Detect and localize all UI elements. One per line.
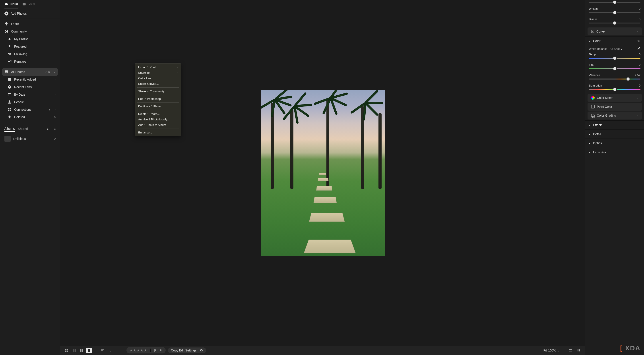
chevron-down-icon: ⌄: [54, 30, 56, 33]
eye-icon[interactable]: 👁: [637, 39, 640, 43]
panel-detail[interactable]: ▸ Detail: [585, 129, 644, 139]
panel-lens-blur[interactable]: ▸ Lens Blur: [585, 148, 644, 157]
tab-albums[interactable]: Albums: [4, 127, 15, 132]
sort-albums-icon[interactable]: ≡: [54, 127, 56, 131]
panel-color-header[interactable]: ▾ Color 👁: [585, 36, 644, 45]
ctx-edit-in-photoshop[interactable]: Edit in Photoshop: [135, 96, 181, 102]
slider-saturation[interactable]: [589, 89, 640, 90]
folder-icon: [22, 2, 26, 6]
nav-my-profile-label: My Profile: [14, 37, 28, 41]
slider-blacks[interactable]: [589, 22, 640, 23]
nav-learn[interactable]: Learn: [0, 20, 60, 28]
copy-edit-settings-button[interactable]: Copy Edit Settings: [168, 348, 206, 353]
clock-icon: [8, 77, 12, 81]
ctx-add-to-album[interactable]: Add 1 Photo to Album›: [135, 122, 181, 128]
ctx-duplicate[interactable]: Duplicate 1 Photo: [135, 104, 181, 109]
white-balance-dropdown[interactable]: As Shot: [610, 47, 623, 50]
slider-blacks-row: Blacks0: [585, 16, 644, 26]
flag-off-icon[interactable]: [159, 349, 162, 352]
ctx-share-community[interactable]: Share to Community...: [135, 88, 181, 94]
slider-thumb[interactable]: [613, 67, 616, 70]
photo-canvas[interactable]: Export 1 Photo...› Share To› Get a Link.…: [60, 0, 585, 345]
panel-effects[interactable]: ▸ Effects: [585, 120, 644, 129]
ctx-delete[interactable]: Delete 1 Photo...: [135, 111, 181, 117]
slider-thumb[interactable]: [626, 77, 630, 80]
before-after-icon[interactable]: [576, 348, 582, 353]
ctx-export[interactable]: Export 1 Photo...›: [135, 64, 181, 70]
nav-deleted[interactable]: Deleted 0: [0, 113, 60, 121]
wb-label: White Balance: [589, 47, 608, 50]
add-connection-icon[interactable]: +: [49, 108, 50, 111]
slider-whites[interactable]: [589, 12, 640, 13]
lens-blur-label: Lens Blur: [593, 150, 606, 154]
albums-header: Albums Shared + ≡: [0, 124, 60, 134]
nav-by-date[interactable]: By Date ‹: [0, 91, 60, 98]
sort-button[interactable]: [100, 348, 106, 353]
nav-recent-edits[interactable]: Recent Edits: [0, 83, 60, 91]
nav-people[interactable]: People: [0, 98, 60, 106]
ctx-get-link[interactable]: Get a Link...: [135, 75, 181, 81]
nav-remixes[interactable]: Remixes: [0, 58, 60, 65]
sort-direction-icon[interactable]: ⌄: [108, 348, 113, 353]
slider-temp[interactable]: [589, 58, 640, 59]
slider-thumb[interactable]: [613, 11, 616, 14]
view-grid-icon[interactable]: [63, 348, 70, 353]
flag-icon[interactable]: [154, 349, 157, 352]
album-item[interactable]: Delicious 0: [0, 134, 60, 144]
add-photos-button[interactable]: + Add Photos: [0, 8, 60, 18]
eyedropper-icon[interactable]: [637, 47, 640, 51]
saturation-value: 0: [639, 84, 640, 87]
connections-icon: [8, 108, 12, 111]
nav-recently-added[interactable]: Recently Added ‹: [0, 76, 60, 83]
slider-thumb[interactable]: [613, 88, 616, 91]
zoom-control[interactable]: Fit 100% ⌄: [544, 349, 560, 352]
nav-all-photos-count: 706: [45, 70, 50, 74]
vibrance-value: + 52: [635, 73, 640, 77]
photo-preview[interactable]: [261, 90, 385, 256]
slider-thumb[interactable]: [613, 1, 616, 4]
slider-vibrance[interactable]: [589, 78, 640, 79]
ctx-share-to[interactable]: Share To›: [135, 70, 181, 75]
slider-tint[interactable]: [589, 68, 640, 69]
tab-local[interactable]: Local: [22, 2, 35, 8]
star-rating[interactable]: ★★★★★: [130, 348, 147, 352]
people-icon: [8, 100, 12, 104]
tab-cloud[interactable]: Cloud: [4, 2, 18, 8]
nav-following[interactable]: Following: [0, 50, 60, 58]
nav-all-photos[interactable]: All Photos 706 ⌄: [2, 68, 58, 76]
rating-chip[interactable]: ★★★★★: [126, 347, 166, 354]
ctx-enhance[interactable]: Enhance...: [135, 130, 181, 135]
slider-vibrance-row: Vibrance+ 52: [585, 72, 644, 82]
nav-deleted-count: 0: [54, 115, 56, 119]
view-compare-icon[interactable]: [78, 348, 84, 353]
panel-color-grading[interactable]: Color Grading ◂: [588, 111, 642, 119]
slider-thumb[interactable]: [613, 21, 616, 24]
curve-icon: [591, 30, 594, 33]
ctx-share-invite[interactable]: Share & Invite...: [135, 81, 181, 86]
panel-curve[interactable]: Curve ◂: [588, 27, 642, 35]
nav-my-profile[interactable]: My Profile: [0, 35, 60, 43]
nav-featured[interactable]: Featured: [0, 43, 60, 50]
nav-connections[interactable]: Connections + ‹: [0, 106, 60, 113]
right-panel: Whites0 Blacks0 Curve ◂ ▾ Color 👁 White …: [585, 0, 644, 355]
filmstrip-icon[interactable]: [568, 348, 574, 353]
view-single-icon[interactable]: [86, 348, 92, 353]
disclosure-icon: ▸: [589, 142, 590, 144]
view-smallgrid-icon[interactable]: [71, 348, 77, 353]
temp-value: 0: [639, 53, 640, 56]
chevron-left-icon: ‹: [55, 108, 56, 111]
whites-label: Whites: [589, 7, 598, 10]
panel-color-mixer[interactable]: Color Mixer ◂: [588, 94, 642, 102]
nav-community[interactable]: Community ⌄: [0, 28, 60, 35]
add-album-icon[interactable]: +: [47, 127, 48, 131]
slider-thumb[interactable]: [613, 57, 616, 60]
lightbulb-icon: [4, 22, 8, 26]
ctx-archive[interactable]: Archive 1 Photo locally...: [135, 117, 181, 122]
panel-point-color[interactable]: Point Color ◂: [588, 103, 642, 111]
tab-shared[interactable]: Shared: [18, 127, 28, 131]
panel-optics[interactable]: ▸ Optics: [585, 139, 644, 148]
nav-connections-label: Connections: [14, 108, 32, 111]
gear-icon[interactable]: [200, 349, 203, 352]
slider-whites[interactable]: [585, 2, 644, 6]
chevron-left-icon: ‹: [55, 78, 56, 81]
